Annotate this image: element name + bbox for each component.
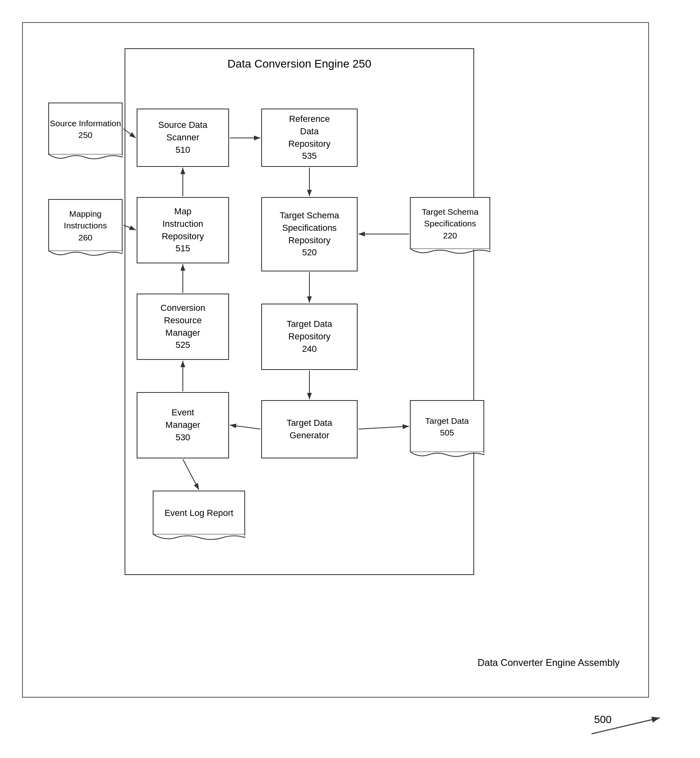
svg-line-2 bbox=[123, 129, 136, 138]
svg-line-9 bbox=[358, 426, 409, 429]
svg-line-10 bbox=[230, 425, 260, 429]
svg-line-14 bbox=[183, 459, 199, 490]
assembly-label: Data Converter Engine Assembly bbox=[477, 656, 620, 670]
figure-arrow bbox=[587, 714, 668, 738]
svg-line-15 bbox=[592, 718, 660, 734]
svg-line-3 bbox=[123, 225, 136, 230]
arrows-overlay bbox=[0, 0, 700, 758]
